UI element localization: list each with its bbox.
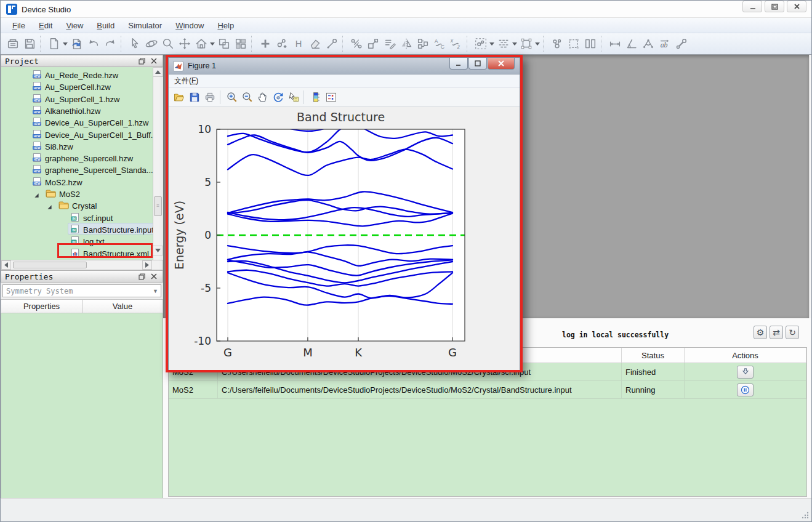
tree-scroll-down-icon[interactable] [153,246,163,255]
tree-item-graphene-supercell-standa-[interactable]: HZWgraphene_Supercell_Standa... [32,164,153,176]
chevron-down-icon[interactable] [512,36,518,52]
select-fragment-icon[interactable] [549,36,565,52]
menu-simulator[interactable]: Simulator [121,19,169,32]
actions-cell[interactable] [685,363,806,381]
tree-expander-icon[interactable] [46,202,53,213]
pan-hand-icon[interactable] [255,89,270,105]
measure-bond-icon[interactable] [673,36,689,52]
transfer-arrows-icon[interactable]: ⇄ [770,326,783,339]
zoom-in-icon[interactable] [224,89,239,105]
figure-window[interactable]: Figure 1 文件(F) 1050-5-10GMKGBand Structu… [168,57,520,370]
chevron-down-icon[interactable] [489,36,495,52]
orbit-rotate-icon[interactable] [143,36,159,52]
tree-item-device-au-supercell-1-buff-[interactable]: HZWDevice_Au_SuperCell_1_Buff... [32,129,158,141]
download-button[interactable] [737,366,754,379]
add-molecule-icon[interactable] [273,36,290,52]
menu-help[interactable]: Help [211,19,241,32]
tree-item-si8-hzw[interactable]: HZWSi8.hzw [32,141,73,153]
open-figure-icon[interactable] [171,89,187,105]
undo-icon[interactable] [85,36,102,52]
tile-windows-icon[interactable] [215,36,232,52]
open-document-icon[interactable] [68,36,85,52]
refresh-icon[interactable]: ↻ [786,326,799,339]
close-panel-icon[interactable] [149,272,159,281]
tree-item-au-supercell-1-hzw[interactable]: HZWAu_SuperCell_1.hzw [32,94,119,105]
relabel-atoms-icon[interactable]: AC [431,36,448,52]
menu-file[interactable]: File [6,19,32,32]
swap-axes-icon[interactable]: xz [448,36,464,52]
rotate-3d-icon[interactable] [270,89,286,105]
menu-build[interactable]: Build [90,19,121,32]
home-icon[interactable] [193,36,209,52]
new-document-icon[interactable] [46,36,62,52]
pause-button[interactable] [737,383,754,396]
tree-scrollbar-thumb[interactable]: ≡ [154,196,162,216]
select-box-icon[interactable] [565,36,582,52]
tree-vertical-scrollbar[interactable] [153,67,163,260]
replace-fragment-icon[interactable] [414,36,431,52]
close-panel-icon[interactable] [149,57,159,65]
insert-legend-icon[interactable] [323,89,339,105]
archive-box-icon[interactable] [4,36,21,52]
add-atom-icon[interactable] [257,36,273,52]
print-figure-icon[interactable] [202,89,217,105]
column-header-Status[interactable]: Status [622,348,685,363]
tree-item-log-txt[interactable]: INlog.txt [70,236,105,247]
zoom-icon[interactable] [159,36,176,52]
float-panel-icon[interactable] [137,57,147,65]
eraser-icon[interactable] [307,36,323,52]
maximize-button[interactable] [765,1,784,12]
menu-view[interactable]: View [59,19,90,32]
tree-scroll-right-icon[interactable] [142,260,152,270]
value-column-header[interactable]: Value [82,299,163,313]
close-button[interactable] [787,1,806,12]
data-cursor-icon[interactable] [286,89,301,105]
tree-item-device-au-supercell-1-hzw[interactable]: HZWDevice_Au_SuperCell_1.hzw [32,117,148,129]
tree-hscrollbar-thumb[interactable] [13,262,87,268]
save-icon[interactable] [21,36,38,52]
properties-column-header[interactable]: Properties [1,299,82,313]
select-slab-icon[interactable] [582,36,598,52]
redo-icon[interactable] [102,36,118,52]
tree-item-au-rede-rede-hzw[interactable]: HZWAu_Rede_Rede.hzw [32,70,118,81]
resize-grip-icon[interactable] [800,510,810,520]
select-cursor-icon[interactable] [126,36,143,52]
break-bond-icon[interactable] [348,36,364,52]
tree-item-mos2[interactable]: MoS2 [46,188,80,200]
figure-file-menu[interactable]: 文件(F) [174,76,198,86]
tree-item-bandstructure-xml[interactable]: BandStructure.xml [70,248,149,260]
tree-expander-icon[interactable] [33,190,40,201]
figure-close-button[interactable] [488,58,515,70]
tree-item-mos2-hzw[interactable]: HZWMoS2.hzw [32,177,82,188]
crystal-box-icon[interactable] [518,36,534,52]
extend-cell-icon[interactable] [364,36,381,52]
figure-menu-bar[interactable]: 文件(F) [169,74,520,88]
save-figure-icon[interactable] [187,89,202,105]
tree-item-au-supercell-hzw[interactable]: HZWAu_SuperCell.hzw [32,81,111,93]
measure-distance-icon[interactable] [606,36,623,52]
select-molecule-icon[interactable] [472,36,489,52]
band-structure-plot[interactable]: 1050-5-10GMKGBand StructureEnergy (eV) [169,106,520,370]
zoom-out-icon[interactable] [239,89,255,105]
float-panel-icon[interactable] [137,272,147,281]
tree-item-graphene-supercell-hzw[interactable]: HZWgraphene_Supercell.hzw [32,153,133,164]
menu-window[interactable]: Window [169,19,211,32]
translate-icon[interactable] [176,36,193,52]
tree-scroll-up-icon[interactable] [153,67,163,77]
tree-item-bandstructure-input[interactable]: INBandStructure.input [70,224,154,236]
settings-gear-icon[interactable]: ⚙ [754,326,767,339]
tree-item-alkanethiol-hzw[interactable]: HZWAlkanethiol.hzw [32,105,100,117]
tree-scroll-left-icon[interactable] [1,260,11,270]
figure-maximize-button[interactable] [468,58,487,70]
menu-edit[interactable]: Edit [32,19,59,32]
tree-item-scf-input[interactable]: INscf.input [70,212,113,224]
figure-title-bar[interactable]: Figure 1 [169,58,520,74]
draw-bond-icon[interactable] [323,36,340,52]
insert-colorbar-icon[interactable] [308,89,323,105]
grid-view-icon[interactable] [232,36,249,52]
edit-structure-icon[interactable] [381,36,398,52]
figure-minimize-button[interactable] [449,58,468,70]
chevron-down-icon[interactable] [209,36,215,52]
symmetry-system-select[interactable]: Symmetry System ▼ [2,284,161,297]
actions-cell[interactable] [685,381,806,399]
